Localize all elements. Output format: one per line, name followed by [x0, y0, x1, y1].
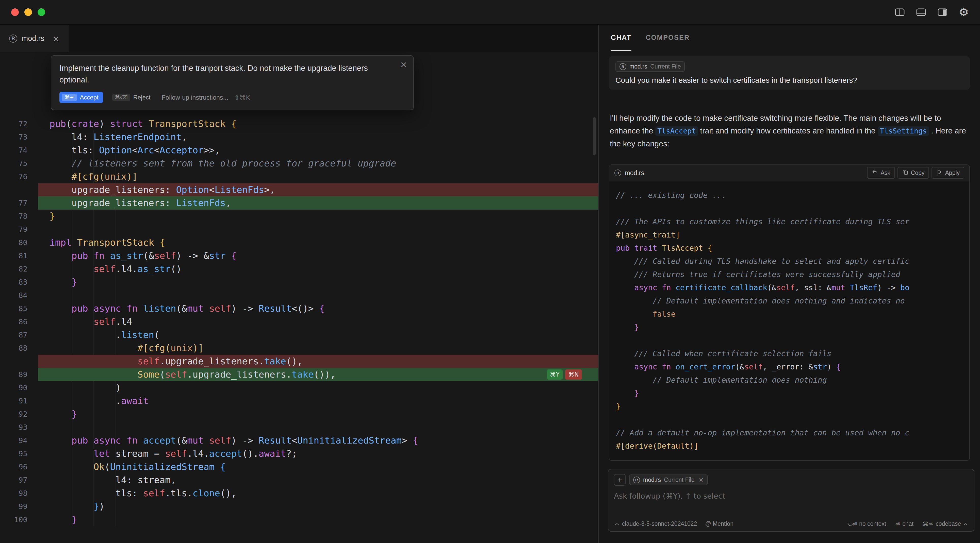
panel-bottom-icon[interactable] — [916, 8, 926, 16]
diff-reject-badge[interactable]: ⌘N — [565, 370, 582, 379]
tab-close-icon[interactable]: × — [52, 33, 60, 44]
copy-button[interactable]: Copy — [897, 167, 929, 179]
user-message: R mod.rs Current File Could you make it … — [609, 56, 970, 90]
accept-button[interactable]: ⌘↵ Accept — [59, 92, 103, 103]
code-line: 100 } — [0, 513, 598, 526]
tab-chat[interactable]: CHAT — [611, 25, 632, 51]
code-line — [616, 413, 963, 426]
line-number — [0, 355, 38, 368]
tab-composer[interactable]: COMPOSER — [646, 25, 690, 51]
line-number: 74 — [0, 144, 38, 157]
window-controls — [11, 8, 45, 16]
code-text: #[cfg(unix)] — [38, 170, 598, 183]
code-text: tls: self.tls.clone(), — [38, 487, 598, 500]
tab-label: mod.rs — [22, 34, 45, 43]
code-line — [616, 202, 963, 215]
code-line: async fn certificate_callback(&self, ssl… — [616, 281, 963, 294]
chip-close-icon[interactable]: × — [698, 476, 703, 483]
window-close-button[interactable] — [11, 8, 19, 16]
code-text: // Add a default no-op implementation th… — [616, 426, 963, 440]
copy-label: Copy — [911, 170, 925, 176]
code-line: 86 self.l4 — [0, 315, 598, 328]
code-editor[interactable]: 72pub(crate) struct TransportStack {73 l… — [0, 52, 598, 543]
code-text: tls: Option<Arc<Acceptor>>, — [38, 144, 598, 157]
code-text: self.l4.as_str() — [38, 262, 598, 276]
codebase-shortcut[interactable]: ⌘⏎ codebase — [923, 521, 968, 527]
input-context-chip[interactable]: R mod.rs Current File × — [629, 475, 708, 485]
accept-shortcut: ⌘↵ — [62, 94, 77, 101]
line-number: 73 — [0, 130, 38, 144]
line-number: 96 — [0, 460, 38, 473]
copy-icon — [902, 169, 908, 177]
chat-shortcut[interactable]: ⏎ chat — [895, 521, 913, 527]
line-number: 92 — [0, 408, 38, 421]
no-context-shortcut[interactable]: ⌥⏎ no context — [845, 521, 886, 527]
model-selector[interactable]: claude-3-5-sonnet-20241022 — [614, 521, 697, 527]
line-number: 88 — [0, 341, 38, 355]
chevron-up-icon — [614, 521, 619, 527]
followup-instructions-button[interactable]: Follow-up instructions... ⇧⌘K — [162, 94, 250, 101]
window-minimize-button[interactable] — [24, 8, 32, 16]
ask-label: Ask — [880, 170, 890, 176]
code-text: self.l4 — [38, 315, 598, 328]
split-editor-icon[interactable] — [895, 8, 905, 16]
code-line: 72pub(crate) struct TransportStack { — [0, 117, 598, 130]
chat-input-box[interactable]: + R mod.rs Current File × Ask followup (… — [608, 469, 974, 532]
settings-gear-icon[interactable]: ⚙ — [959, 6, 969, 18]
code-line: async fn on_cert_error(&self, _error: &s… — [616, 360, 963, 373]
code-text: } — [616, 321, 963, 334]
code-text: .listen( — [38, 328, 598, 341]
code-text: /// Called when certificate selection fa… — [616, 347, 963, 360]
add-context-button[interactable]: + — [614, 474, 625, 486]
code-text: // Default implementation does nothing — [616, 373, 963, 387]
tab-mod-rs[interactable]: R mod.rs × — [0, 25, 69, 52]
code-line: 79 — [0, 223, 598, 236]
code-line: // Default implementation does nothing — [616, 373, 963, 387]
window-titlebar: ⚙ — [0, 0, 980, 25]
line-number: 72 — [0, 117, 38, 130]
code-line: 90 ) — [0, 381, 598, 394]
code-line: 87 .listen( — [0, 328, 598, 341]
window-zoom-button[interactable] — [38, 8, 45, 16]
chat-panel: CHAT COMPOSER R mod.rs Current File Coul… — [598, 25, 980, 543]
inline-code: TlsSettings — [878, 126, 929, 136]
code-text: async fn certificate_callback(&self, ssl… — [616, 281, 963, 294]
code-text: pub(crate) struct TransportStack { — [38, 117, 598, 130]
code-line: 78} — [0, 210, 598, 223]
line-number: 85 — [0, 302, 38, 315]
code-line: upgrade_listeners: Option<ListenFds>, — [0, 183, 598, 196]
context-chip[interactable]: R mod.rs Current File — [616, 61, 685, 72]
ask-button[interactable]: Ask — [867, 167, 895, 179]
apply-label: Apply — [945, 170, 960, 176]
chat-input-placeholder[interactable]: Ask followup (⌘Y), ↑ to select — [614, 492, 968, 500]
code-text: l4: stream, — [38, 473, 598, 487]
panel-right-icon[interactable] — [938, 8, 947, 16]
code-line: 96 Ok(UninitializedStream { — [0, 460, 598, 473]
editor-tab-bar: R mod.rs × — [0, 25, 598, 52]
shortcut-keys: ⌘⏎ — [923, 521, 933, 527]
code-line: 89 Some(self.upgrade_listeners.take()),⌘… — [0, 368, 598, 381]
line-number: 90 — [0, 381, 38, 394]
code-text: /// Called during TLS handshake to selec… — [616, 255, 963, 268]
mention-button[interactable]: @ Mention — [705, 521, 733, 527]
code-line: #[derive(Default)] — [616, 440, 963, 452]
line-number: 95 — [0, 447, 38, 460]
code-line: 80impl TransportStack { — [0, 236, 598, 249]
line-number: 93 — [0, 421, 38, 434]
code-line: 99 }) — [0, 500, 598, 513]
rust-file-icon: R — [619, 63, 626, 70]
code-line: 98 tls: self.tls.clone(), — [0, 487, 598, 500]
line-number: 80 — [0, 236, 38, 249]
popup-close-icon[interactable]: × — [400, 59, 407, 70]
line-number: 87 — [0, 328, 38, 341]
apply-button[interactable]: Apply — [932, 167, 964, 179]
reject-button[interactable]: ⌘⌫ Reject — [112, 94, 151, 101]
popup-prompt-text: Implement the cleanup function for the t… — [59, 62, 382, 86]
code-text — [38, 223, 598, 236]
code-line: #[async_trait] — [616, 229, 963, 241]
code-text: } — [38, 276, 598, 289]
diff-accept-badge[interactable]: ⌘Y — [547, 370, 563, 379]
line-number: 97 — [0, 473, 38, 487]
editor-scrollbar-thumb[interactable] — [593, 117, 596, 155]
code-text: } — [38, 408, 598, 421]
